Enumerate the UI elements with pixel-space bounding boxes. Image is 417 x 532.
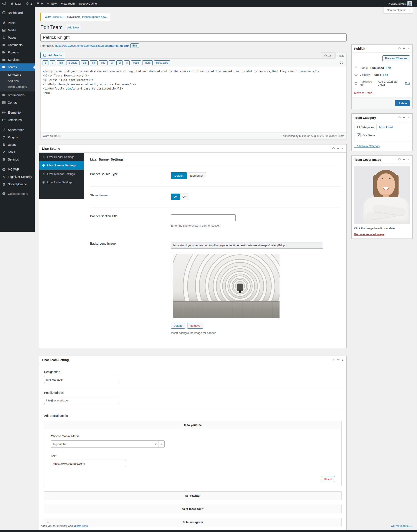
quicktag-bold-button[interactable]: b bbox=[42, 60, 48, 65]
sidebar-item-mc4wp[interactable]: MC4WP bbox=[0, 166, 35, 173]
edit-status-link[interactable]: Edit bbox=[386, 66, 391, 70]
quicktag-img-button[interactable]: img bbox=[99, 60, 107, 65]
post-title-input[interactable] bbox=[40, 33, 347, 42]
permalink-link[interactable]: https://wp1.yogsthemes.com/wp/lizar/team… bbox=[55, 44, 129, 47]
quicktag-ol-button[interactable]: ol bbox=[116, 60, 123, 65]
quicktag-blockquote-button[interactable]: b-quote bbox=[66, 60, 80, 65]
tab-lizar-sidebar-settings[interactable]: Lizar Sidebar Settings bbox=[39, 170, 84, 178]
show-banner-off-button[interactable]: Off bbox=[180, 194, 189, 200]
remove-featured-image-link[interactable]: Remove featured image bbox=[354, 233, 385, 236]
move-down-icon[interactable] bbox=[403, 157, 406, 160]
expand-icon[interactable]: + bbox=[47, 494, 49, 498]
sidebar-item-elementor[interactable]: Elementor bbox=[0, 109, 35, 116]
sidebar-item-collapse-menu[interactable]: Collapse menu bbox=[0, 190, 35, 198]
banner-section-title-input[interactable] bbox=[171, 214, 236, 221]
sidebar-item-tools[interactable]: Tools bbox=[0, 148, 35, 156]
expand-icon[interactable]: + bbox=[47, 507, 49, 511]
toggle-panel-icon[interactable]: ▲ bbox=[342, 147, 344, 150]
accordion-header[interactable]: + fa fa-twitter bbox=[44, 492, 341, 500]
move-up-icon[interactable] bbox=[332, 147, 335, 150]
show-banner-on-button[interactable]: On bbox=[171, 194, 180, 200]
toggle-panel-icon[interactable]: ▲ bbox=[408, 159, 410, 161]
post-content-textarea[interactable]: <p>Righteous indignation and dislike men… bbox=[41, 67, 346, 133]
update-now-link[interactable]: Please update now bbox=[82, 15, 106, 19]
sidebar-item-appearance[interactable]: Appearance bbox=[0, 126, 35, 134]
move-down-icon[interactable] bbox=[403, 115, 406, 118]
preview-changes-button[interactable]: Preview Changes bbox=[383, 55, 410, 61]
clear-selection-icon[interactable]: × bbox=[153, 442, 158, 446]
quicktag-del-button[interactable]: del bbox=[81, 60, 89, 65]
updates-menu[interactable]: 1 bbox=[23, 0, 34, 7]
quicktag-code-button[interactable]: code bbox=[131, 60, 141, 65]
edit-schedule-link[interactable]: Edit bbox=[405, 82, 410, 85]
tab-lizar-banner-settings[interactable]: Lizar Banner Settings bbox=[39, 161, 84, 170]
accordion-header[interactable]: − fa fa-youtube bbox=[44, 421, 341, 429]
wordpress-logo-menu[interactable] bbox=[0, 0, 8, 7]
banner-source-elementor-button[interactable]: Elementor bbox=[187, 172, 206, 179]
move-down-icon[interactable] bbox=[337, 146, 339, 149]
remove-button[interactable]: Remove bbox=[187, 323, 203, 329]
quicktag-ins-button[interactable]: ins bbox=[90, 60, 97, 65]
featured-image-thumbnail[interactable] bbox=[354, 167, 410, 224]
our-team-checkbox[interactable]: ✓ bbox=[357, 133, 361, 137]
sidebar-item-projects[interactable]: Projects bbox=[0, 49, 35, 56]
add-media-button[interactable]: Add Media bbox=[40, 52, 64, 58]
banner-source-default-button[interactable]: Default bbox=[171, 172, 187, 179]
sidebar-subitem-all-teams[interactable]: All Teams bbox=[0, 72, 35, 78]
sidebar-item-plugins[interactable]: Plugins bbox=[0, 134, 35, 141]
update-button[interactable]: Update bbox=[395, 100, 410, 106]
my-account-menu[interactable]: Howdy, b0xua bbox=[386, 0, 414, 7]
sidebar-item-templates[interactable]: Templates bbox=[0, 116, 35, 124]
sidebar-subitem-add-new[interactable]: Add New bbox=[0, 78, 35, 84]
designation-input[interactable] bbox=[44, 376, 119, 383]
quicktag-closetags-button[interactable]: close tags bbox=[154, 60, 170, 65]
email-input[interactable] bbox=[44, 397, 119, 404]
site-name-menu[interactable]: Lizar bbox=[8, 0, 23, 7]
add-new-button[interactable]: Add New bbox=[65, 25, 81, 30]
expand-icon[interactable]: + bbox=[47, 521, 49, 524]
collapse-icon[interactable]: − bbox=[47, 423, 49, 427]
delete-button[interactable]: Delete bbox=[321, 476, 335, 482]
toggle-panel-icon[interactable]: ▲ bbox=[408, 48, 410, 50]
toggle-panel-icon[interactable]: ▲ bbox=[342, 359, 344, 361]
move-down-icon[interactable] bbox=[403, 46, 406, 49]
tab-most-used[interactable]: Most Used bbox=[377, 124, 395, 130]
move-up-icon[interactable] bbox=[398, 48, 401, 50]
upload-button[interactable]: Upload bbox=[171, 323, 185, 329]
quicktag-link-button[interactable]: link bbox=[57, 60, 65, 65]
quicktag-more-button[interactable]: more bbox=[142, 60, 152, 65]
background-image-url-input[interactable] bbox=[171, 242, 323, 249]
social-media-select[interactable]: fa-youtube × bbox=[51, 440, 165, 448]
edit-permalink-button[interactable]: Edit bbox=[130, 43, 139, 48]
sidebar-item-pages[interactable]: Pages bbox=[0, 34, 35, 41]
edit-visibility-link[interactable]: Edit bbox=[383, 73, 388, 76]
sidebar-item-teams[interactable]: Teams bbox=[0, 63, 35, 71]
wordpress-version-link[interactable]: WordPress 6.3.1 bbox=[45, 15, 66, 19]
move-down-icon[interactable] bbox=[337, 358, 339, 361]
view-team-menu[interactable]: View Team bbox=[59, 0, 77, 7]
move-up-icon[interactable] bbox=[398, 117, 401, 119]
add-new-category-link[interactable]: + Add New Category bbox=[354, 145, 380, 148]
tab-visual[interactable]: Visual bbox=[321, 52, 334, 58]
screen-options-tab[interactable]: Screen Options ▼ bbox=[384, 7, 413, 13]
quicktag-ul-button[interactable]: ul bbox=[109, 60, 115, 65]
new-content-menu[interactable]: + New bbox=[45, 0, 59, 7]
fullscreen-icon[interactable] bbox=[340, 61, 344, 64]
tab-lizar-header-settings[interactable]: Lizar Header Settings bbox=[39, 153, 84, 161]
sidebar-item-users[interactable]: Users bbox=[0, 141, 35, 148]
get-version-link[interactable]: Get Version 6.3.1 bbox=[391, 524, 413, 527]
quicktag-italic-button[interactable]: i bbox=[50, 60, 55, 65]
comments-menu[interactable]: 0 bbox=[34, 0, 45, 7]
sidebar-item-services[interactable]: Services bbox=[0, 56, 35, 63]
wordpress-link[interactable]: WordPress bbox=[74, 524, 88, 527]
sidebar-item-loginizer[interactable]: Loginizer Security bbox=[0, 173, 35, 180]
tab-text[interactable]: Text bbox=[335, 52, 347, 59]
sidebar-item-posts[interactable]: Posts bbox=[0, 19, 35, 27]
tab-lizar-footer-settings[interactable]: Lizar footer Settings bbox=[39, 178, 84, 187]
sidebar-subitem-team-category[interactable]: Team Category bbox=[0, 84, 35, 90]
sidebar-item-testimonials[interactable]: Testimonials bbox=[0, 92, 35, 99]
sidebar-item-media[interactable]: Media bbox=[0, 27, 35, 34]
sidebar-item-dashboard[interactable]: Dashboard bbox=[0, 9, 35, 17]
move-to-trash-link[interactable]: Move to Trash bbox=[354, 91, 372, 94]
move-up-icon[interactable] bbox=[398, 159, 401, 161]
